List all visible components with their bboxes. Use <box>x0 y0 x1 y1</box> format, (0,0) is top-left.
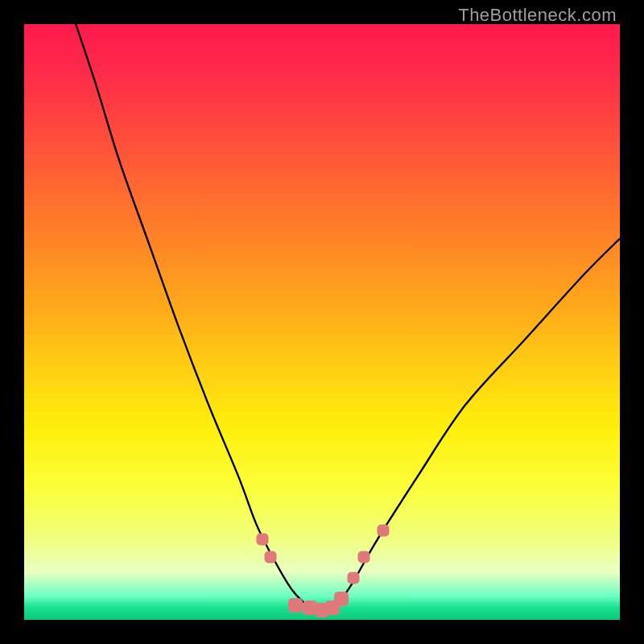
curve-marker <box>348 572 360 584</box>
curve-marker <box>357 551 369 564</box>
curve-marker <box>264 551 276 564</box>
chart-frame: TheBottleneck.com <box>0 0 644 644</box>
curve-marker <box>378 525 390 537</box>
bottleneck-curve <box>24 24 620 620</box>
curve-marker <box>257 534 269 546</box>
curve-marker <box>288 598 303 613</box>
plot-area <box>24 24 620 620</box>
watermark-text: TheBottleneck.com <box>458 5 617 26</box>
curve-marker <box>334 592 349 606</box>
